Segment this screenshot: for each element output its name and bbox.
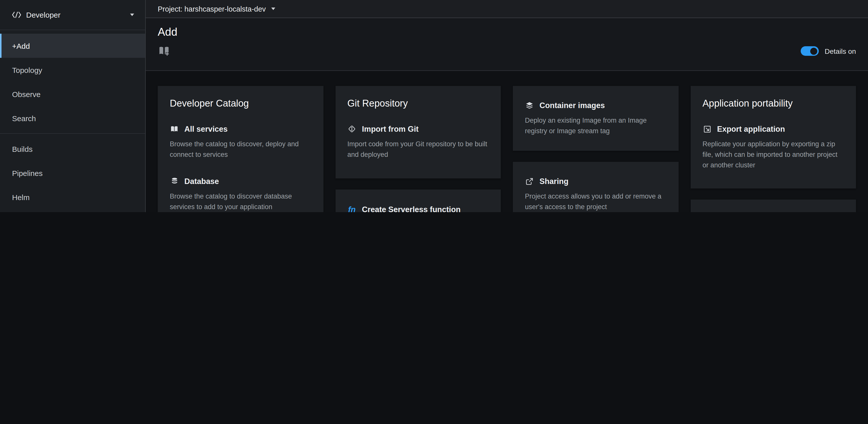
- card-git-repository: Git Repository Import from Git Import co…: [335, 86, 501, 178]
- card-application-portability: Application portability Export applicati…: [690, 86, 856, 189]
- page-header: Add Details on: [146, 18, 868, 71]
- sidebar-item-project[interactable]: Project: [0, 209, 145, 212]
- sidebar-item-add[interactable]: +Add: [0, 34, 145, 58]
- page-title: Add: [158, 26, 856, 39]
- add-option-container-images[interactable]: Container images Deploy an existing Imag…: [525, 101, 666, 136]
- layers-icon: [525, 101, 534, 109]
- sidebar-item-pipelines[interactable]: Pipelines: [0, 161, 145, 185]
- export-icon: [703, 125, 712, 133]
- toggle-knob: [810, 48, 817, 55]
- card-developer-catalog: Developer Catalog All services Browse th…: [158, 86, 323, 212]
- sidebar-item-search[interactable]: Search: [0, 106, 145, 130]
- details-toggle[interactable]: [800, 47, 818, 56]
- grid-column-4: Application portability Export applicati…: [690, 86, 856, 212]
- card-title: Eventing: [703, 211, 844, 212]
- add-page-grid: Developer Catalog All services Browse th…: [146, 71, 868, 212]
- card-sharing[interactable]: Sharing Project access allows you to add…: [513, 162, 678, 212]
- sidebar: Developer +Add Topology Observe Search B…: [0, 0, 146, 212]
- share-icon: [525, 177, 534, 185]
- code-icon: [12, 11, 21, 18]
- grid-column-1: Developer Catalog All services Browse th…: [158, 86, 323, 212]
- database-icon: [170, 178, 179, 185]
- book-plus-icon[interactable]: [158, 46, 170, 57]
- card-eventing: Eventing Event Source Create an Event so…: [690, 200, 856, 212]
- card-title: Application portability: [703, 98, 844, 110]
- sidebar-item-topology[interactable]: Topology: [0, 58, 145, 82]
- grid-column-3: Container images Deploy an existing Imag…: [513, 86, 678, 212]
- sidebar-item-helm[interactable]: Helm: [0, 185, 145, 209]
- card-title: Developer Catalog: [170, 98, 311, 110]
- add-option-create-serverless-function[interactable]: fn Create Serverless function Create and…: [347, 205, 489, 212]
- git-icon: [347, 125, 356, 133]
- grid-column-2: Git Repository Import from Git Import co…: [335, 86, 501, 212]
- add-option-all-services[interactable]: All services Browse the catalog to disco…: [170, 125, 311, 160]
- perspective-switcher[interactable]: Developer: [0, 0, 145, 30]
- sidebar-nav: +Add Topology Observe Search Builds Pipe…: [0, 30, 145, 212]
- sidebar-item-builds[interactable]: Builds: [0, 137, 145, 161]
- card-container-images[interactable]: Container images Deploy an existing Imag…: [513, 86, 678, 151]
- sidebar-item-observe[interactable]: Observe: [0, 82, 145, 106]
- perspective-label: Developer: [26, 10, 125, 19]
- card-title: Git Repository: [347, 98, 489, 110]
- add-option-import-from-git[interactable]: Import from Git Import code from your Gi…: [347, 125, 489, 160]
- add-option-sharing[interactable]: Sharing Project access allows you to add…: [525, 177, 666, 212]
- main-area: Project: harshcasper-localsta-dev Add De…: [146, 0, 868, 212]
- chevron-down-icon: [130, 13, 134, 16]
- card-serverless-function[interactable]: fn Create Serverless function Create and…: [335, 190, 501, 212]
- project-selector[interactable]: Project: harshcasper-localsta-dev: [158, 5, 266, 13]
- project-bar: Project: harshcasper-localsta-dev: [146, 0, 868, 18]
- add-option-database[interactable]: Database Browse the catalog to discover …: [170, 177, 311, 212]
- add-option-export-application[interactable]: Export application Replicate your applic…: [703, 125, 844, 170]
- fn-icon: fn: [347, 205, 356, 212]
- app-wrapper: Developer +Add Topology Observe Search B…: [0, 0, 868, 212]
- nav-divider: [0, 133, 145, 134]
- chevron-down-icon[interactable]: [271, 7, 275, 10]
- open-book-icon: [170, 125, 179, 133]
- openshift-console: Developer +Add Topology Observe Search B…: [0, 0, 868, 212]
- details-toggle-label: Details on: [825, 47, 856, 55]
